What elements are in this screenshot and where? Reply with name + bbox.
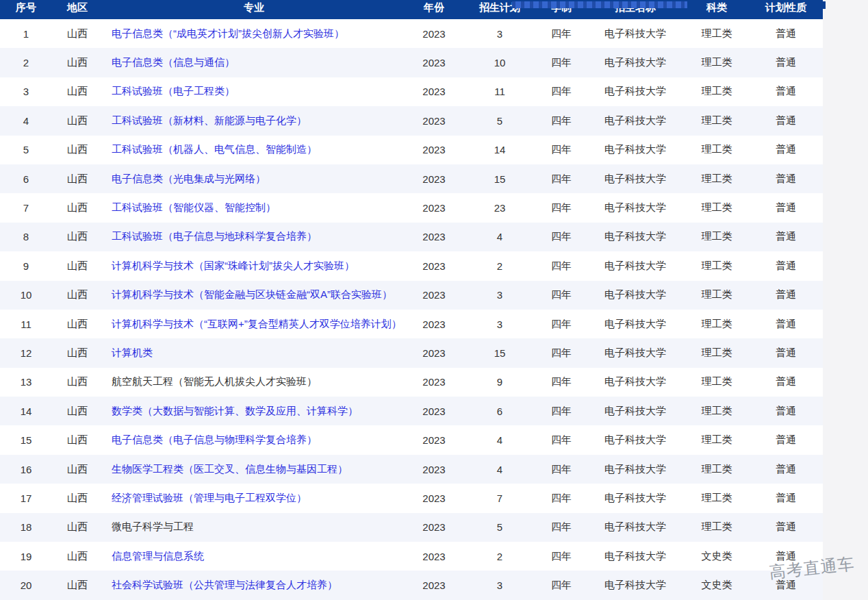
cell-plan_type: 普通 (749, 114, 823, 127)
cell-category: 理工类 (685, 463, 749, 476)
cell-major: 微电子科学与工程 (103, 521, 405, 534)
cell-duration: 四年 (537, 318, 586, 331)
cell-index: 20 (0, 579, 52, 591)
cell-major: 航空航天工程（智能无人机拔尖人才实验班） (103, 375, 405, 388)
major-link[interactable]: 工科试验班（新材料、新能源与电子化学） (112, 114, 307, 126)
cell-index: 13 (0, 376, 52, 388)
cell-category: 理工类 (685, 521, 749, 534)
major-link[interactable]: 工科试验班（智能仪器、智能控制） (112, 201, 276, 213)
major-link[interactable]: 电子信息类（“成电英才计划”拔尖创新人才实验班） (112, 27, 344, 39)
cell-plan: 6 (463, 405, 537, 417)
cell-year: 2023 (405, 289, 463, 301)
cell-plan: 15 (463, 347, 537, 359)
cell-category: 理工类 (685, 288, 749, 301)
cell-plan: 15 (463, 173, 537, 185)
cell-year: 2023 (405, 464, 463, 475)
major-text: 微电子科学与工程 (112, 521, 194, 532)
major-link[interactable]: 经济管理试验班（管理与电子工程双学位） (112, 492, 307, 503)
table-row: 4山西工科试验班（新材料、新能源与电子化学）20235四年电子科技大学理工类普通 (0, 106, 823, 135)
major-link[interactable]: 电子信息类（光电集成与光网络） (112, 173, 266, 184)
major-link[interactable]: 数学类（大数据与智能计算、数学及应用、计算科学） (112, 405, 358, 416)
major-link[interactable]: 计算机类 (112, 347, 153, 358)
cell-category: 文史类 (685, 579, 749, 592)
cell-year: 2023 (405, 434, 463, 446)
cell-year: 2023 (405, 376, 463, 388)
column-header-plan_type: 计划性质 (749, 0, 823, 19)
major-link[interactable]: 工科试验班（机器人、电气信息、智能制造） (112, 143, 317, 155)
cell-region: 山西 (52, 143, 103, 156)
major-link[interactable]: 社会科学试验班（公共管理与法律复合人才培养） (112, 579, 337, 590)
cell-duration: 四年 (537, 347, 586, 360)
cell-duration: 四年 (537, 260, 586, 273)
major-link[interactable]: 电子信息类（电子信息与物理科学复合培养） (112, 434, 317, 445)
cell-index: 4 (0, 115, 52, 127)
cell-year: 2023 (405, 347, 463, 359)
major-link[interactable]: 计算机科学与技术（“互联网+”复合型精英人才双学位培养计划） (112, 318, 402, 329)
cell-duration: 四年 (537, 143, 586, 156)
table-row: 15山西电子信息类（电子信息与物理科学复合培养）20234四年电子科技大学理工类… (0, 425, 823, 454)
cell-school: 电子科技大学 (586, 347, 685, 360)
major-link[interactable]: 工科试验班（电子信息与地球科学复合培养） (112, 230, 317, 242)
cell-year: 2023 (405, 231, 463, 242)
cell-year: 2023 (405, 405, 463, 417)
cell-major: 工科试验班（智能仪器、智能控制） (103, 201, 405, 214)
major-link[interactable]: 计算机科学与技术（智能金融与区块链金融“双A”联合实验班） (112, 288, 392, 300)
cell-plan_type: 普通 (749, 434, 823, 447)
cell-plan_type: 普通 (749, 27, 823, 40)
cell-duration: 四年 (537, 27, 586, 40)
cell-category: 理工类 (685, 201, 749, 214)
cell-school: 电子科技大学 (586, 85, 685, 98)
cell-region: 山西 (52, 318, 103, 331)
cell-index: 9 (0, 260, 52, 272)
cell-index: 3 (0, 86, 52, 97)
cell-index: 5 (0, 144, 52, 155)
cell-index: 2 (0, 57, 52, 68)
cell-major: 计算机类 (103, 347, 405, 360)
cell-category: 文史类 (685, 550, 749, 563)
cell-region: 山西 (52, 405, 103, 418)
table-row: 6山西电子信息类（光电集成与光网络）202315四年电子科技大学理工类普通 (0, 164, 823, 193)
cell-plan: 5 (463, 521, 537, 533)
cell-plan_type: 普通 (749, 492, 823, 505)
major-link[interactable]: 工科试验班（电子工程类） (112, 85, 235, 97)
cell-region: 山西 (52, 27, 103, 40)
cell-school: 电子科技大学 (586, 492, 685, 505)
header-text-selection-highlight (512, 1, 687, 8)
cell-plan: 14 (463, 144, 537, 155)
cell-duration: 四年 (537, 85, 586, 98)
cell-duration: 四年 (537, 375, 586, 388)
major-link[interactable]: 电子信息类（信息与通信） (112, 56, 235, 68)
cell-year: 2023 (405, 260, 463, 272)
cell-plan_type: 普通 (749, 288, 823, 301)
cell-year: 2023 (405, 144, 463, 155)
cell-region: 山西 (52, 230, 103, 243)
cell-region: 山西 (52, 173, 103, 186)
cell-region: 山西 (52, 56, 103, 69)
cell-category: 理工类 (685, 375, 749, 388)
cell-category: 理工类 (685, 85, 749, 98)
cell-major: 电子信息类（光电集成与光网络） (103, 173, 405, 186)
major-link[interactable]: 生物医学工程类（医工交叉、信息生物与基因工程） (112, 463, 348, 475)
table-row: 7山西工科试验班（智能仪器、智能控制）202323四年电子科技大学理工类普通 (0, 193, 823, 222)
cell-region: 山西 (52, 114, 103, 127)
cell-major: 计算机科学与技术（国家“珠峰计划”拔尖人才实验班） (103, 260, 405, 273)
table-row: 5山西工科试验班（机器人、电气信息、智能制造）202314四年电子科技大学理工类… (0, 136, 823, 164)
cell-duration: 四年 (537, 230, 586, 243)
cell-duration: 四年 (537, 434, 586, 447)
cell-major: 工科试验班（电子工程类） (103, 85, 405, 98)
cell-region: 山西 (52, 550, 103, 563)
cell-duration: 四年 (537, 56, 586, 69)
major-link[interactable]: 计算机科学与技术（国家“珠峰计划”拔尖人才实验班） (112, 260, 355, 271)
right-gutter (823, 0, 868, 600)
major-text: 航空航天工程（智能无人机拔尖人才实验班） (112, 375, 317, 387)
cell-plan: 2 (463, 260, 537, 272)
cell-plan_type: 普通 (749, 405, 823, 418)
cell-plan_type: 普通 (749, 230, 823, 243)
cell-school: 电子科技大学 (586, 143, 685, 156)
cell-plan: 3 (463, 289, 537, 301)
major-link[interactable]: 信息管理与信息系统 (112, 550, 204, 562)
cell-duration: 四年 (537, 405, 586, 418)
cell-year: 2023 (405, 492, 463, 504)
scrollbar-notch[interactable] (823, 1, 826, 9)
table-row: 18山西微电子科学与工程20235四年电子科技大学理工类普通 (0, 513, 823, 542)
